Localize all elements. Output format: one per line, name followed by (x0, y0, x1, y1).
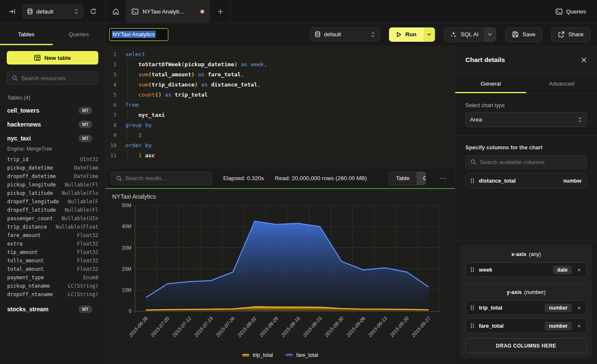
run-button[interactable]: Run (389, 27, 424, 42)
chart-type-select[interactable]: Area (465, 112, 587, 127)
remove-chip-icon[interactable]: × (576, 323, 582, 329)
remove-chip-icon[interactable]: × (576, 267, 582, 273)
sql-ai-button-label: SQL AI (461, 31, 478, 38)
legend-swatch (286, 354, 293, 357)
results-search-input[interactable] (125, 175, 208, 181)
legend-swatch (242, 354, 249, 357)
table-column-row[interactable]: pickup_latitudeNullable(Flo (7, 189, 98, 197)
query-title-input[interactable]: NYTaxi Analytics (109, 28, 168, 41)
table-column-row[interactable]: dropoff_longitudeNullable(F (7, 197, 98, 206)
save-button[interactable]: Save (505, 27, 542, 42)
run-options-button[interactable] (424, 27, 435, 42)
chart-canvas: 010M20M30M40M50M2015-06-282015-07-052015… (111, 200, 449, 351)
query-tab[interactable]: NYTaxi Analyti... (126, 0, 210, 23)
share-button[interactable]: Share (551, 27, 590, 42)
queries-button[interactable]: Queries (545, 0, 597, 23)
elapsed-stat: Elapsed: 0.320s (223, 175, 264, 181)
table-column-row[interactable]: dropoff_datetimeDateTime (7, 172, 98, 181)
table-engine-label: Engine: MergeTree (7, 146, 98, 152)
collapse-sidebar-icon (8, 8, 16, 15)
queries-button-label: Queries (566, 8, 586, 15)
table-column-row[interactable]: dropoff_ntanameLC(String) (7, 290, 98, 299)
table-column-row[interactable]: pickup_ntanameLC(String) (7, 282, 98, 290)
table-column-row[interactable]: tolls_amountFloat32 (7, 256, 98, 265)
collapse-sidebar-button[interactable] (6, 5, 18, 18)
drag-handle-icon[interactable] (470, 305, 474, 310)
home-tab-button[interactable] (105, 0, 126, 23)
table-column-row[interactable]: trip_idUInt32 (7, 155, 98, 164)
sidebar-tab-tables[interactable]: Tables (0, 23, 53, 45)
column-name: trip_id (7, 156, 29, 162)
search-icon (470, 159, 476, 165)
table-column-row[interactable]: passenger_countNullable(UIn (7, 214, 98, 223)
remove-chip-icon[interactable]: × (576, 305, 582, 311)
x-axis-header: x-axis(any) (465, 251, 587, 257)
panel-tab-advanced[interactable]: Advanced (526, 75, 597, 93)
sql-editor[interactable]: 1234567891011 selecttoStartOfWeek(pickup… (105, 46, 455, 168)
refresh-button[interactable] (87, 5, 99, 17)
table-icon (34, 55, 41, 61)
svg-text:20M: 20M (122, 266, 132, 272)
table-column-row[interactable]: trip_distanceNullable(Float (7, 223, 98, 231)
more-options-button[interactable]: ⋯ (437, 173, 449, 184)
sql-ai-options-button[interactable] (484, 28, 496, 41)
drag-handle-icon[interactable] (470, 323, 474, 329)
column-chip[interactable]: distance_total number (465, 173, 587, 188)
columns-search-input[interactable] (480, 159, 582, 165)
panel-header: Chart details (455, 46, 597, 75)
svg-text:2015-08-02: 2015-08-02 (237, 315, 257, 338)
sidebar-tab-queries[interactable]: Queries (53, 23, 105, 45)
tables-section-label: Tables (4) (7, 95, 98, 101)
svg-text:2015-08-30: 2015-08-30 (324, 315, 344, 338)
new-tab-button[interactable] (210, 0, 230, 23)
table-column-row[interactable]: extraFloat32 (7, 240, 98, 248)
sql-ai-button[interactable]: SQL AI (445, 28, 484, 41)
table-row-hackernews[interactable]: hackernews MT (7, 117, 98, 131)
panel-tab-general[interactable]: General (455, 75, 526, 93)
code-line: sum(total_amount) as fare_total, (122, 70, 455, 80)
column-chip[interactable]: fare_total number × (465, 318, 587, 333)
drop-zone[interactable]: DRAG COLUMNS HERE (465, 338, 587, 353)
save-button-label: Save (522, 31, 535, 38)
run-database-selector[interactable]: default (310, 27, 380, 41)
column-chip[interactable]: week date × (465, 262, 587, 277)
column-name: payment_type (7, 275, 44, 280)
table-row-cell-towers[interactable]: cell_towers MT (7, 103, 98, 117)
table-column-row[interactable]: total_amountFloat32 (7, 265, 98, 273)
chart-type-label: Select chart type (465, 102, 587, 108)
column-type: Enum8 (83, 275, 98, 280)
table-column-row[interactable]: pickup_longitudeNullable(Fl (7, 181, 98, 189)
table-column-row[interactable]: tip_amountFloat32 (7, 248, 98, 256)
table-column-row[interactable]: dropoff_latitudeNullable(Fl (7, 206, 98, 214)
plus-icon (217, 8, 224, 15)
sidebar-search-input[interactable] (21, 75, 94, 81)
column-type: DateTime (74, 173, 98, 179)
table-row-stocks-stream[interactable]: stocks_stream MT (7, 302, 98, 316)
chip-name: fare_total (479, 323, 540, 329)
database-selector-value: default (36, 8, 70, 15)
engine-badge: MT (78, 121, 92, 128)
database-selector[interactable]: default (22, 5, 83, 19)
tab-title: NYTaxi Analyti... (143, 8, 184, 15)
view-toggle-table[interactable]: Table (389, 172, 416, 185)
drag-handle-icon[interactable] (470, 178, 474, 183)
table-column-row[interactable]: payment_typeEnum8 (7, 273, 98, 282)
table-column-row[interactable]: pickup_datetimeDateTime (7, 164, 98, 172)
column-chip[interactable]: trip_total number × (465, 300, 587, 315)
legend-item-fare_total[interactable]: fare_total (286, 352, 318, 358)
view-toggle-chart[interactable]: Chart (416, 172, 426, 185)
close-panel-button[interactable] (581, 57, 587, 63)
table-row-nyc-taxi[interactable]: nyc_taxi MT (7, 131, 98, 145)
console-icon (132, 8, 138, 15)
table-column-row[interactable]: fare_amountFloat32 (7, 231, 98, 240)
read-stat: Read: 20,000,000 rows (260.00 MB) (275, 175, 367, 181)
sidebar-controls: default (0, 0, 105, 23)
legend-item-trip_total[interactable]: trip_total (242, 352, 273, 358)
svg-text:2015-09-06: 2015-09-06 (346, 315, 366, 338)
column-type: Float32 (77, 241, 98, 247)
share-icon (558, 31, 565, 38)
new-table-button[interactable]: New table (7, 51, 98, 65)
column-type: Float32 (77, 232, 98, 238)
code-line: sum(trip_distance) as distance_total, (122, 80, 455, 90)
drag-handle-icon[interactable] (470, 267, 474, 272)
